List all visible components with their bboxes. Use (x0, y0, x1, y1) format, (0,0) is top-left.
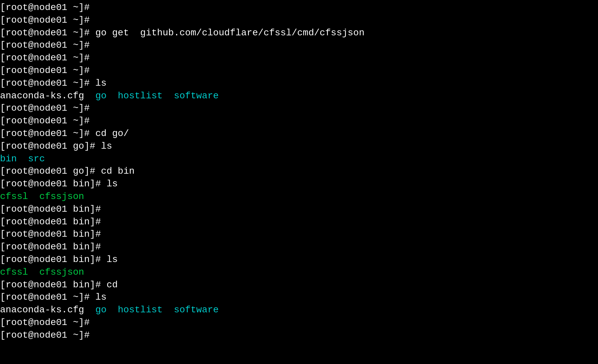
terminal-line: [root@node01 ~]# (0, 329, 598, 342)
ls-output: anaconda-ks.cfg go hostlist software (0, 90, 598, 102)
terminal-line: [root@node01 bin]# (0, 241, 598, 253)
terminal-line: [root@node01 ~]# (0, 64, 598, 77)
terminal-line: [root@node01 ~]# (0, 316, 598, 329)
terminal-line: [root@node01 go]# ls (0, 140, 598, 153)
terminal-line: [root@node01 ~]# (0, 102, 598, 115)
terminal-line: [root@node01 bin]# (0, 203, 598, 216)
terminal-line: [root@node01 bin]# cd (0, 279, 598, 291)
terminal-line: [root@node01 ~]# ls (0, 77, 598, 90)
terminal-line: [root@node01 ~]# (0, 115, 598, 127)
terminal-line: [root@node01 ~]# ls (0, 291, 598, 304)
terminal: [root@node01 ~]# [root@node01 ~]# [root@… (0, 0, 598, 364)
terminal-line: [root@node01 ~]# (0, 39, 598, 52)
terminal-line: [root@node01 ~]# (0, 14, 598, 27)
terminal-line: [root@node01 go]# cd bin (0, 165, 598, 178)
terminal-line: [root@node01 bin]# (0, 216, 598, 228)
terminal-line: [root@node01 bin]# ls (0, 253, 598, 266)
terminal-line: [root@node01 ~]# (0, 1, 598, 14)
ls-output-bin: cfssl cfssjson (0, 190, 598, 203)
ls-output-home2: anaconda-ks.cfg go hostlist software (0, 304, 598, 316)
terminal-line: [root@node01 bin]# ls (0, 178, 598, 190)
terminal-line: [root@node01 ~]# (0, 52, 598, 64)
terminal-line: [root@node01 ~]# cd go/ (0, 127, 598, 140)
terminal-line: [root@node01 ~]# go get github.com/cloud… (0, 27, 598, 39)
ls-output-go: bin src (0, 153, 598, 165)
ls-output-bin2: cfssl cfssjson (0, 266, 598, 279)
terminal-line: [root@node01 bin]# (0, 228, 598, 241)
